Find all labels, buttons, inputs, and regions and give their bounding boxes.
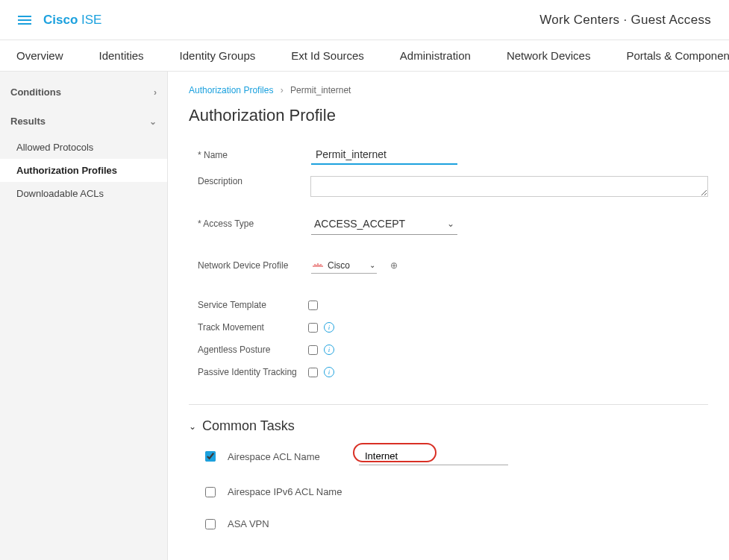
track-movement-checkbox[interactable] xyxy=(308,323,318,333)
chevron-down-icon: ⌄ xyxy=(369,261,375,269)
tab-identity-groups[interactable]: Identity Groups xyxy=(180,49,256,62)
passive-checkbox[interactable] xyxy=(308,368,318,377)
name-label: Name xyxy=(198,150,302,160)
tab-ext-id-sources[interactable]: Ext Id Sources xyxy=(291,49,364,62)
chevron-down-icon: ⌄ xyxy=(149,116,157,127)
ndp-label: Network Device Profile xyxy=(198,260,302,271)
task-airespace-ipv6: Airespace IPv6 ACL Name xyxy=(189,486,708,497)
info-icon[interactable]: i xyxy=(324,322,334,333)
sidebar-group-conditions[interactable]: Conditions › xyxy=(0,78,167,107)
info-icon[interactable]: i xyxy=(324,367,334,377)
sidebar-group-label: Results xyxy=(10,116,46,127)
description-input[interactable] xyxy=(310,176,708,197)
passive-label: Passive Identity Tracking xyxy=(198,367,302,377)
access-type-label: Access Type xyxy=(198,218,302,229)
access-type-value: ACCESS_ACCEPT xyxy=(314,218,405,230)
breadcrumb-current: Permit_internet xyxy=(290,85,351,95)
chevron-right-icon: › xyxy=(281,85,284,95)
ndp-value: Cisco xyxy=(328,260,350,271)
asa-vpn-checkbox[interactable] xyxy=(205,519,216,529)
tab-overview[interactable]: Overview xyxy=(16,49,63,62)
sidebar-item-downloadable-acls[interactable]: Downloadable ACLs xyxy=(0,182,167,205)
section-title-label: Common Tasks xyxy=(202,418,295,434)
agentless-label: Agentless Posture xyxy=(198,345,302,355)
ndp-dropdown[interactable]: Cisco ⌄ xyxy=(311,258,377,274)
sidebar-item-allowed-protocols[interactable]: Allowed Protocols xyxy=(0,136,167,159)
sidebar-item-authorization-profiles[interactable]: Authorization Profiles xyxy=(0,159,167,182)
agentless-checkbox[interactable] xyxy=(308,345,318,355)
menu-icon[interactable] xyxy=(18,16,31,25)
task-asa-vpn: ASA VPN xyxy=(189,518,708,529)
page-title: Authorization Profile xyxy=(189,106,708,125)
sidebar: Conditions › Results ⌄ Allowed Protocols… xyxy=(0,72,168,560)
asa-vpn-label: ASA VPN xyxy=(228,518,347,529)
chevron-down-icon: ⌄ xyxy=(189,421,196,432)
cisco-icon xyxy=(313,262,323,268)
header-path: Work Centers · Guest Access xyxy=(539,13,711,28)
sidebar-group-results[interactable]: Results ⌄ xyxy=(0,107,167,136)
task-airespace-acl: Airespace ACL Name xyxy=(189,447,708,465)
service-template-checkbox[interactable] xyxy=(308,301,318,310)
plus-icon[interactable]: ⊕ xyxy=(390,260,398,271)
description-label: Description xyxy=(198,176,301,186)
common-tasks-toggle[interactable]: ⌄ Common Tasks xyxy=(189,418,708,434)
airespace-ipv6-label: Airespace IPv6 ACL Name xyxy=(228,486,347,497)
tab-network-devices[interactable]: Network Devices xyxy=(507,49,591,62)
chevron-down-icon: ⌄ xyxy=(447,218,454,229)
name-input[interactable] xyxy=(311,145,457,165)
chevron-right-icon: › xyxy=(154,87,157,98)
main-content: Authorization Profiles › Permit_internet… xyxy=(168,72,729,560)
tab-portals-components[interactable]: Portals & Components xyxy=(626,49,729,62)
info-icon[interactable]: i xyxy=(324,345,334,355)
top-tabs: Overview Identities Identity Groups Ext … xyxy=(0,40,729,72)
top-bar: Cisco ISE Work Centers · Guest Access xyxy=(0,0,729,40)
breadcrumb-parent-link[interactable]: Authorization Profiles xyxy=(189,85,273,95)
breadcrumb: Authorization Profiles › Permit_internet xyxy=(189,85,708,95)
airespace-ipv6-checkbox[interactable] xyxy=(205,487,216,497)
service-template-label: Service Template xyxy=(198,300,302,310)
divider xyxy=(189,404,708,405)
sidebar-group-label: Conditions xyxy=(10,86,61,98)
airespace-acl-input[interactable] xyxy=(359,447,508,465)
airespace-acl-checkbox[interactable] xyxy=(205,451,216,462)
track-movement-label: Track Movement xyxy=(198,322,302,333)
tab-administration[interactable]: Administration xyxy=(400,49,471,62)
access-type-dropdown[interactable]: ACCESS_ACCEPT ⌄ xyxy=(311,213,457,235)
tab-identities[interactable]: Identities xyxy=(99,49,144,62)
brand-logo: Cisco ISE xyxy=(43,13,101,28)
airespace-acl-label: Airespace ACL Name xyxy=(228,451,347,462)
